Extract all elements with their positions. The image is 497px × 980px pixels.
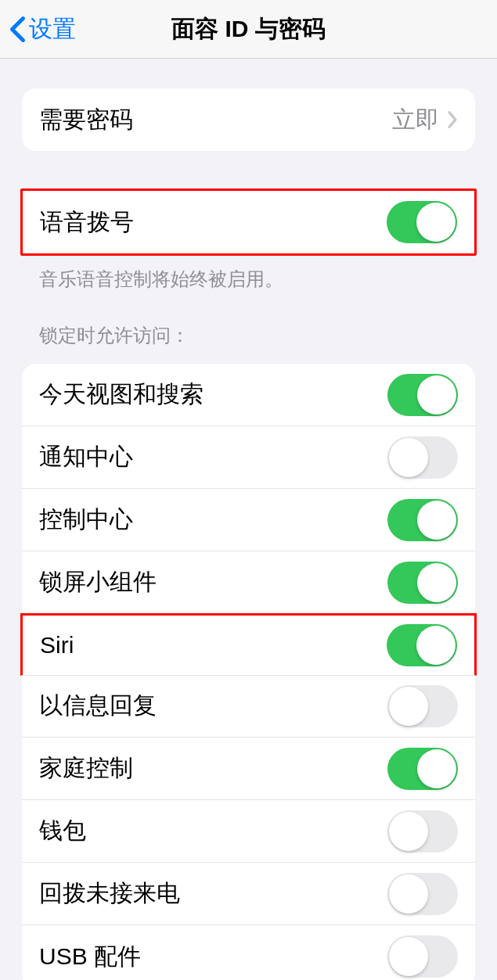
chevron-left-icon [9, 16, 26, 43]
siri-label: Siri [40, 632, 74, 659]
today-view-row: 今天视图和搜索 [22, 364, 475, 426]
toggle-knob [416, 203, 456, 242]
usb-accessories-toggle[interactable] [387, 935, 458, 978]
voice-dial-label: 语音拨号 [40, 206, 134, 239]
usb-accessories-row: USB 配件 [22, 925, 475, 980]
toggle-knob [389, 687, 428, 726]
lock-widgets-label: 锁屏小组件 [39, 566, 157, 598]
notification-center-label: 通知中心 [39, 441, 133, 473]
voice-dial-group: 语音拨号 [20, 188, 477, 256]
return-calls-label: 回拨未接来电 [39, 878, 180, 910]
toggle-knob [417, 749, 456, 788]
require-passcode-row[interactable]: 需要密码 立即 [22, 88, 475, 151]
today-view-label: 今天视图和搜索 [39, 379, 203, 411]
toggle-knob [389, 812, 428, 851]
siri-row: Siri [20, 613, 477, 676]
wallet-row: 钱包 [22, 800, 475, 863]
navigation-header: 设置 面容 ID 与密码 [0, 0, 497, 59]
toggle-knob [389, 438, 428, 477]
lock-access-header: 锁定时允许访问： [22, 292, 475, 356]
home-control-label: 家庭控制 [39, 752, 133, 784]
usb-accessories-label: USB 配件 [39, 941, 141, 973]
toggle-knob [416, 626, 456, 665]
voice-dial-footer: 音乐语音控制将始终被启用。 [22, 256, 475, 292]
notification-center-toggle[interactable] [387, 436, 458, 479]
toggle-knob [417, 501, 456, 540]
return-calls-row: 回拨未接来电 [22, 863, 475, 925]
reply-messages-toggle[interactable] [387, 685, 458, 727]
wallet-toggle[interactable] [387, 810, 458, 853]
require-passcode-value-text: 立即 [392, 104, 439, 136]
require-passcode-value: 立即 [392, 104, 458, 136]
lock-widgets-toggle[interactable] [387, 562, 458, 604]
page-title: 面容 ID 与密码 [171, 13, 326, 45]
today-view-toggle[interactable] [387, 374, 458, 416]
toggle-knob [389, 874, 428, 914]
toggle-knob [389, 937, 428, 976]
control-center-toggle[interactable] [387, 499, 458, 541]
reply-messages-label: 以信息回复 [39, 690, 157, 722]
toggle-knob [417, 375, 456, 415]
back-label: 设置 [29, 13, 76, 45]
lock-access-group: 今天视图和搜索 通知中心 控制中心 锁屏小组件 Siri 以信息回复 家庭控制 [22, 364, 475, 980]
home-control-row: 家庭控制 [22, 738, 475, 800]
chevron-right-icon [447, 110, 458, 129]
back-button[interactable]: 设置 [0, 13, 76, 45]
passcode-group: 需要密码 立即 [22, 88, 475, 151]
return-calls-toggle[interactable] [387, 873, 458, 915]
wallet-label: 钱包 [39, 815, 86, 847]
toggle-knob [417, 563, 456, 602]
lock-widgets-row: 锁屏小组件 [22, 551, 475, 614]
home-control-toggle[interactable] [387, 748, 458, 790]
require-passcode-label: 需要密码 [39, 104, 133, 136]
voice-dial-row: 语音拨号 [23, 191, 474, 253]
notification-center-row: 通知中心 [22, 426, 475, 489]
reply-messages-row: 以信息回复 [22, 675, 475, 738]
control-center-label: 控制中心 [39, 504, 133, 536]
control-center-row: 控制中心 [22, 489, 475, 551]
siri-toggle[interactable] [387, 624, 457, 666]
voice-dial-toggle[interactable] [387, 201, 457, 243]
